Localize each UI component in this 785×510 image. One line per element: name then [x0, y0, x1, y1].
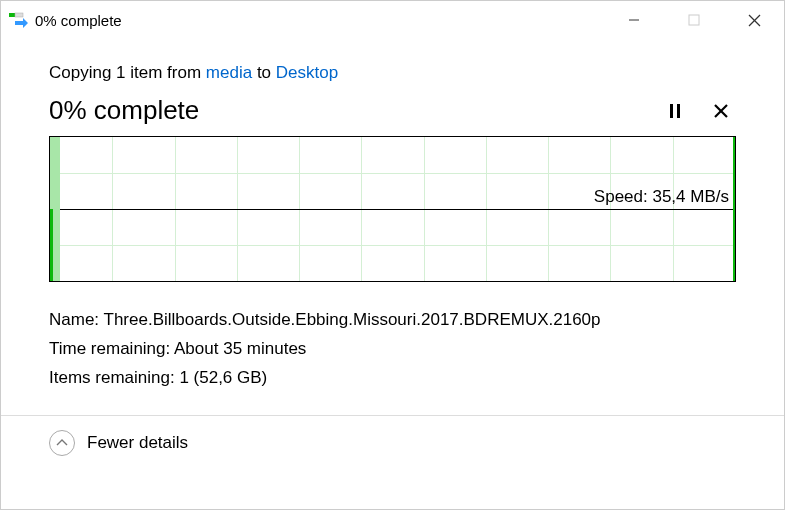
- window-title: 0% complete: [35, 12, 604, 29]
- svg-rect-6: [670, 104, 673, 118]
- chart-current-bar: [50, 209, 53, 281]
- details-toggle-label[interactable]: Fewer details: [87, 433, 188, 453]
- speed-chart: Speed: 35,4 MB/s: [49, 136, 736, 282]
- svg-rect-0: [9, 13, 15, 17]
- window-controls: [604, 1, 784, 39]
- progress-row: 0% complete: [49, 95, 736, 126]
- copy-prefix: Copying 1 item from: [49, 63, 206, 82]
- window-titlebar: 0% complete: [1, 1, 784, 39]
- copy-description: Copying 1 item from media to Desktop: [49, 63, 736, 83]
- pause-button[interactable]: [666, 102, 684, 120]
- svg-rect-7: [677, 104, 680, 118]
- cancel-button[interactable]: [712, 102, 730, 120]
- maximize-button: [664, 1, 724, 39]
- progress-percent: 0% complete: [49, 95, 199, 126]
- chart-speed-line: [50, 209, 735, 210]
- name-value: Three.Billboards.Outside.Ebbing.Missouri…: [104, 310, 601, 329]
- detail-items-remaining: Items remaining: 1 (52,6 GB): [49, 364, 736, 393]
- items-value: 1 (52,6 GB): [179, 368, 267, 387]
- dialog-content: Copying 1 item from media to Desktop 0% …: [1, 39, 784, 393]
- name-label: Name:: [49, 310, 104, 329]
- time-value: About 35 minutes: [174, 339, 306, 358]
- details-toggle-button[interactable]: [49, 430, 75, 456]
- copy-progress-icon: [9, 12, 29, 28]
- chart-right-edge: [733, 137, 735, 281]
- progress-actions: [666, 102, 736, 120]
- detail-name: Name: Three.Billboards.Outside.Ebbing.Mi…: [49, 306, 736, 335]
- close-window-button[interactable]: [724, 1, 784, 39]
- copy-mid: to: [252, 63, 276, 82]
- minimize-button[interactable]: [604, 1, 664, 39]
- source-link[interactable]: media: [206, 63, 252, 82]
- destination-link[interactable]: Desktop: [276, 63, 338, 82]
- chevron-up-icon: [56, 439, 68, 447]
- detail-time-remaining: Time remaining: About 35 minutes: [49, 335, 736, 364]
- items-label: Items remaining:: [49, 368, 179, 387]
- footer: Fewer details: [1, 416, 784, 470]
- time-label: Time remaining:: [49, 339, 174, 358]
- speed-label: Speed: 35,4 MB/s: [594, 187, 729, 207]
- svg-rect-3: [689, 15, 699, 25]
- speed-label-prefix: Speed:: [594, 187, 653, 206]
- speed-value: 35,4 MB/s: [652, 187, 729, 206]
- svg-rect-1: [15, 13, 23, 17]
